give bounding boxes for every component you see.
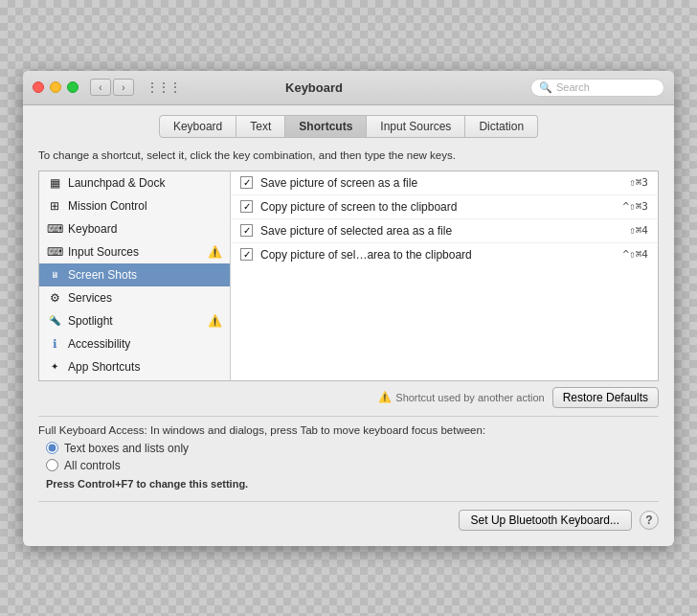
input-sources-warning-icon: ⚠️ xyxy=(208,245,222,259)
launchpad-icon: ▦ xyxy=(47,175,62,191)
sidebar-label-spotlight: Spotlight xyxy=(68,314,113,328)
tab-keyboard[interactable]: Keyboard xyxy=(159,115,236,138)
search-box[interactable]: 🔍 Search xyxy=(530,79,664,97)
shortcut-key-1: ^⇧⌘3 xyxy=(623,200,649,213)
control-hint: Press Control+F7 to change this setting. xyxy=(46,478,659,490)
checkbox-2[interactable]: ✓ xyxy=(240,224,253,237)
shortcut-label-3: Copy picture of sel…area to the clipboar… xyxy=(260,248,616,262)
screen-shots-icon: 🖥 xyxy=(47,267,62,283)
tabs-bar: Keyboard Text Shortcuts Input Sources Di… xyxy=(23,105,674,138)
maximize-button[interactable] xyxy=(67,81,79,93)
sidebar-label-accessibility: Accessibility xyxy=(68,337,130,351)
radio-text-boxes-input[interactable] xyxy=(46,442,58,454)
sidebar-label-screen-shots: Screen Shots xyxy=(68,268,137,282)
bluetooth-keyboard-button[interactable]: Set Up Bluetooth Keyboard... xyxy=(459,510,632,531)
sidebar-label-app-shortcuts: App Shortcuts xyxy=(68,360,140,374)
sidebar-item-input-sources[interactable]: ⌨ Input Sources ⚠️ xyxy=(39,240,230,263)
shortcut-row-2[interactable]: ✓ Save picture of selected area as a fil… xyxy=(231,219,658,243)
shortcut-label-2: Save picture of selected area as a file xyxy=(260,224,621,238)
sidebar-label-launchpad: Launchpad & Dock xyxy=(68,176,165,190)
warning-triangle-icon: ⚠️ xyxy=(378,391,392,403)
shortcut-key-3: ^⇧⌘4 xyxy=(623,248,649,261)
search-placeholder: Search xyxy=(556,81,590,93)
sidebar-label-mission-control: Mission Control xyxy=(68,199,147,213)
restore-defaults-button[interactable]: Restore Defaults xyxy=(552,387,659,408)
shortcut-key-2: ⇧⌘4 xyxy=(629,224,648,237)
input-sources-icon: ⌨ xyxy=(47,244,62,260)
content-area: To change a shortcut, select it, click t… xyxy=(23,138,674,546)
keyboard-icon: ⌨ xyxy=(47,221,62,237)
keyboard-preferences-window: ‹ › ⋮⋮⋮ Keyboard 🔍 Search Keyboard Text … xyxy=(23,71,674,546)
checkbox-3[interactable]: ✓ xyxy=(240,248,253,261)
tab-shortcuts[interactable]: Shortcuts xyxy=(285,115,367,138)
tab-text[interactable]: Text xyxy=(236,115,285,138)
spotlight-icon: 🔦 xyxy=(47,313,62,329)
sidebar-item-mission-control[interactable]: ⊞ Mission Control xyxy=(39,194,230,217)
sidebar-item-keyboard[interactable]: ⌨ Keyboard xyxy=(39,217,230,240)
sidebar-label-keyboard: Keyboard xyxy=(68,222,117,236)
bottom-bar: Set Up Bluetooth Keyboard... ? xyxy=(38,501,659,535)
radio-text-boxes-label: Text boxes and lists only xyxy=(64,442,189,455)
footer-warning-bar: ⚠️ Shortcut used by another action Resto… xyxy=(38,381,659,414)
search-icon: 🔍 xyxy=(539,81,552,94)
radio-all-controls-input[interactable] xyxy=(46,459,58,471)
radio-all-controls-label: All controls xyxy=(64,459,121,472)
shortcut-row-1[interactable]: ✓ Copy picture of screen to the clipboar… xyxy=(231,195,658,219)
app-shortcuts-icon: ✦ xyxy=(47,359,62,375)
checkbox-0[interactable]: ✓ xyxy=(240,176,253,189)
shortcut-row-0[interactable]: ✓ Save picture of screen as a file ⇧⌘3 xyxy=(231,171,658,195)
access-label: Full Keyboard Access: In windows and dia… xyxy=(38,424,659,436)
window-title: Keyboard xyxy=(98,80,530,95)
warning-label: Shortcut used by another action xyxy=(395,392,544,403)
sidebar-label-services: Services xyxy=(68,291,112,305)
main-panel: ▦ Launchpad & Dock ⊞ Mission Control ⌨ K… xyxy=(38,171,659,381)
radio-text-boxes[interactable]: Text boxes and lists only xyxy=(46,442,659,455)
instruction-text: To change a shortcut, select it, click t… xyxy=(38,149,659,161)
sidebar: ▦ Launchpad & Dock ⊞ Mission Control ⌨ K… xyxy=(39,171,231,380)
close-button[interactable] xyxy=(33,81,44,93)
mission-control-icon: ⊞ xyxy=(47,198,62,214)
shortcut-label-0: Save picture of screen as a file xyxy=(260,176,621,190)
radio-group: Text boxes and lists only All controls xyxy=(46,442,659,472)
shortcut-row-3[interactable]: ✓ Copy picture of sel…area to the clipbo… xyxy=(231,243,658,266)
shortcut-label-1: Copy picture of screen to the clipboard xyxy=(260,200,616,214)
traffic-lights xyxy=(33,81,79,93)
titlebar: ‹ › ⋮⋮⋮ Keyboard 🔍 Search xyxy=(23,71,674,105)
sidebar-item-spotlight[interactable]: 🔦 Spotlight ⚠️ xyxy=(39,309,230,332)
spotlight-warning-icon: ⚠️ xyxy=(208,314,222,328)
sidebar-item-services[interactable]: ⚙ Services xyxy=(39,286,230,309)
checkbox-1[interactable]: ✓ xyxy=(240,200,253,213)
sidebar-item-launchpad[interactable]: ▦ Launchpad & Dock xyxy=(39,171,230,194)
sidebar-item-screen-shots[interactable]: 🖥 Screen Shots xyxy=(39,263,230,286)
tab-input-sources[interactable]: Input Sources xyxy=(367,115,465,138)
keyboard-access-section: Full Keyboard Access: In windows and dia… xyxy=(38,416,659,497)
sidebar-item-app-shortcuts[interactable]: ✦ App Shortcuts xyxy=(39,355,230,378)
accessibility-icon: ℹ xyxy=(47,336,62,352)
shortcuts-list: ✓ Save picture of screen as a file ⇧⌘3 ✓… xyxy=(231,171,658,380)
radio-all-controls[interactable]: All controls xyxy=(46,459,659,472)
tab-dictation[interactable]: Dictation xyxy=(465,115,538,138)
warning-message: ⚠️ Shortcut used by another action xyxy=(378,391,544,403)
minimize-button[interactable] xyxy=(50,81,61,93)
shortcut-key-0: ⇧⌘3 xyxy=(629,176,648,189)
help-button[interactable]: ? xyxy=(640,511,659,530)
sidebar-label-input-sources: Input Sources xyxy=(68,245,139,259)
sidebar-item-accessibility[interactable]: ℹ Accessibility xyxy=(39,332,230,355)
services-icon: ⚙ xyxy=(47,290,62,306)
